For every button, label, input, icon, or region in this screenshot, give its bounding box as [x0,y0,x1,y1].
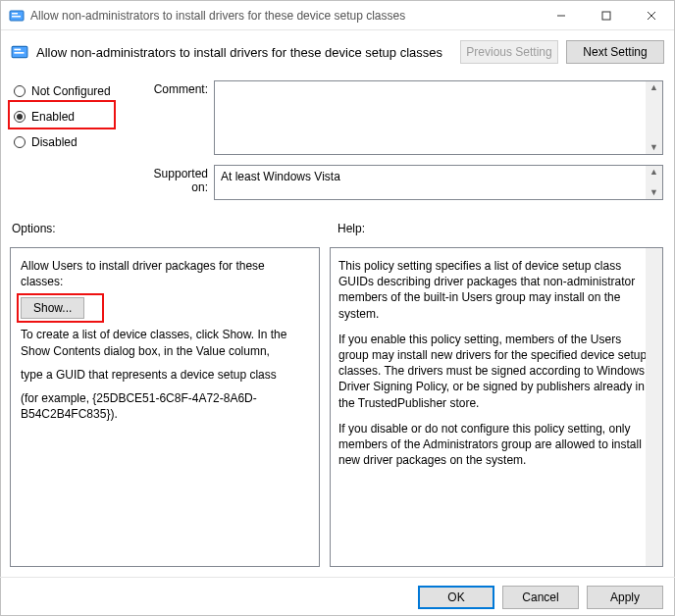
options-text: To create a list of device classes, clic… [21,327,309,358]
svg-rect-2 [12,16,21,18]
help-text: This policy setting specifies a list of … [338,258,654,322]
supported-label: Supported on: [135,165,214,200]
svg-rect-1 [12,13,18,15]
radio-not-configured[interactable]: Not Configured [10,78,126,104]
scrollbar[interactable] [646,248,662,566]
title-bar: Allow non-administrators to install driv… [1,1,674,30]
minimize-button[interactable] [539,1,584,30]
comment-textarea[interactable]: ▲▼ [214,80,663,155]
show-button[interactable]: Show... [21,297,84,319]
radio-icon [14,136,26,148]
supported-value-box: At least Windows Vista ▲▼ [214,165,663,200]
supported-row: Supported on: At least Windows Vista ▲▼ [135,165,663,200]
scrollbar[interactable]: ▲▼ [646,81,662,154]
help-label: Help: [338,222,365,235]
options-text: (for example, {25DBCE51-6C8F-4A72-8A6D-B… [21,390,309,422]
cancel-button[interactable]: Cancel [502,586,579,609]
options-panel: Allow Users to install driver packages f… [10,247,320,567]
apply-button[interactable]: Apply [587,586,663,609]
window-controls [539,1,674,30]
radio-icon [14,111,26,123]
radio-enabled[interactable]: Enabled [10,104,126,129]
supported-value: At least Windows Vista [221,170,340,183]
radio-disabled[interactable]: Disabled [10,129,126,155]
policy-state-group: Not Configured Enabled Disabled [10,78,126,155]
show-button-wrap: Show... [21,297,84,319]
window-title: Allow non-administrators to install driv… [30,9,539,23]
previous-setting-button[interactable]: Previous Setting [460,40,558,64]
policy-title: Allow non-administrators to install driv… [36,45,452,60]
policy-icon [9,8,25,24]
ok-button[interactable]: OK [418,586,494,609]
header-row: Allow non-administrators to install driv… [1,30,674,77]
next-setting-button[interactable]: Next Setting [566,40,664,64]
dialog-footer: OK Cancel Apply [0,577,675,616]
comment-row: Comment: ▲▼ [135,80,663,155]
help-text: If you enable this policy setting, membe… [338,332,654,411]
radio-label: Not Configured [31,84,111,98]
maximize-button[interactable] [584,1,629,30]
svg-rect-4 [602,12,610,20]
radio-icon [14,85,26,97]
help-text: If you disable or do not configure this … [338,421,654,469]
svg-rect-8 [14,49,21,51]
radio-label: Enabled [31,110,75,124]
svg-rect-9 [14,52,24,54]
options-text: Allow Users to install driver packages f… [21,258,309,289]
policy-icon [11,43,28,61]
radio-label: Disabled [31,135,78,149]
help-panel: This policy setting specifies a list of … [330,247,663,567]
scrollbar[interactable]: ▲▼ [646,166,662,199]
comment-label: Comment: [135,80,214,155]
options-label: Options: [12,222,56,235]
close-button[interactable] [629,1,674,30]
options-text: type a GUID that represents a device set… [21,367,309,383]
